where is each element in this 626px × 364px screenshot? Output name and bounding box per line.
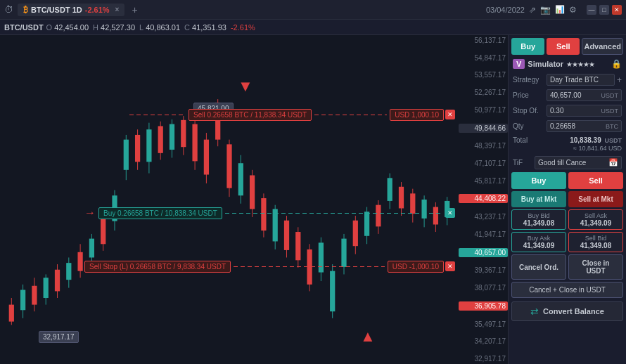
sim-stars: ★★★★★ <box>566 60 594 68</box>
simulator-row: V Simulator ★★★★★ 🔒 <box>511 57 623 71</box>
buy-mkt-button[interactable]: Buy at Mkt <box>511 191 566 207</box>
ohlc-bar: BTC/USDT O 42,454.00 H 42,527.30 L 40,86… <box>0 20 626 35</box>
qty-row: Qty 0.26658 BTC <box>511 119 623 133</box>
cancel-close-row: Cancel Ord. Close in USDT <box>511 254 623 280</box>
svg-rect-12 <box>66 263 71 280</box>
price-labels: 56,137.17 54,847.17 53,557.17 52,267.17 … <box>459 35 508 364</box>
sell-top-close[interactable]: ✕ <box>445 110 455 119</box>
close-usdt-button[interactable]: Close in USDT <box>568 254 623 280</box>
buy-bid-sell-ask-row: Buy Bid 41,349.08 Sell Ask 41,349.09 <box>511 209 623 230</box>
top-bar-right: 03/04/2022 ⇗ 📷 📊 ⚙ — □ ✕ <box>486 5 622 15</box>
price-label: 47,107.17 <box>459 160 508 167</box>
convert-balance-button[interactable]: ⇄ Convert Balance <box>511 301 623 321</box>
add-tab-button[interactable]: + <box>132 4 137 15</box>
tif-input[interactable]: Good till Cance 📅 <box>535 156 622 169</box>
svg-rect-36 <box>204 140 209 175</box>
svg-rect-34 <box>192 124 197 162</box>
svg-rect-16 <box>89 239 94 258</box>
sell-bot-close[interactable]: ✕ <box>445 261 455 271</box>
qty-label: Qty <box>513 122 544 130</box>
action-sell-button[interactable]: Sell <box>568 172 623 189</box>
close-button[interactable]: ✕ <box>612 5 622 15</box>
symbol-pair: BTC/USDT 1D <box>31 6 82 14</box>
sell-button[interactable]: Sell <box>547 38 580 55</box>
chart-icon[interactable]: 📊 <box>555 5 565 14</box>
advanced-button[interactable]: Advanced <box>582 38 623 55</box>
svg-rect-58 <box>330 271 335 312</box>
svg-rect-68 <box>388 178 392 201</box>
maximize-button[interactable]: □ <box>599 5 609 15</box>
total-value: 10,838.39 USDT <box>570 136 622 144</box>
order-sell-top: Sell 0.26658 BTC / 11,838.34 USDT USD 1,… <box>127 107 455 122</box>
strategy-value[interactable]: Day Trade BTC <box>547 74 615 86</box>
total-row: Total 10,838.39 USDT ≈ 10,841.64 USD <box>511 135 623 153</box>
buy-ask-sell-bid-row: Buy Ask 41,349.09 Sell Bid 41,349.08 <box>511 232 623 252</box>
candlestick-chart <box>0 35 459 364</box>
convert-icon: ⇄ <box>530 306 539 317</box>
ohlc-low-label: L <box>139 23 143 32</box>
svg-rect-8 <box>44 278 49 298</box>
price-label: 39,367.17 <box>459 266 508 274</box>
symbol-tab[interactable]: ₿ BTC/USDT 1D -2.61% × <box>18 4 124 16</box>
ohlc-high-label: H <box>93 23 98 32</box>
sell-mkt-button[interactable]: Sell at Mkt <box>568 191 623 207</box>
settings-icon[interactable]: ⚙ <box>569 5 577 15</box>
ohlc-pair: BTC/USDT <box>4 23 44 32</box>
buy-button[interactable]: Buy <box>511 38 544 55</box>
main-layout: 56,137.17 54,847.17 53,557.17 52,267.17 … <box>0 35 626 364</box>
price-label: 41,947.17 <box>459 230 508 238</box>
ohlc-open-val: 42,454.00 <box>54 23 89 32</box>
buy-mid-close[interactable]: ✕ <box>445 208 455 218</box>
share-icon[interactable]: ⇗ <box>529 5 536 15</box>
sell-bot-usd: USD -1,000.10 <box>388 261 444 273</box>
sell-line-left <box>129 115 186 115</box>
svg-rect-18 <box>101 217 106 244</box>
sell-bid-button[interactable]: Sell Bid 41,349.08 <box>568 232 623 252</box>
svg-rect-24 <box>135 135 140 162</box>
buy-sell-advanced-row: Buy Sell Advanced <box>511 38 623 55</box>
buy-ask-label: Buy Ask <box>513 235 564 242</box>
buy-bid-label: Buy Bid <box>513 212 564 219</box>
ohlc-change: -2.61% <box>231 23 255 32</box>
sell-ask-button[interactable]: Sell Ask 41,349.09 <box>568 209 623 230</box>
svg-rect-42 <box>238 163 243 195</box>
strategy-add-icon[interactable]: + <box>617 75 622 85</box>
action-buy-button[interactable]: Buy <box>511 172 566 189</box>
qty-input[interactable]: 0.26658 BTC <box>547 120 622 132</box>
camera-icon[interactable]: 📷 <box>540 5 551 15</box>
chart-area[interactable]: 56,137.17 54,847.17 53,557.17 52,267.17 … <box>0 35 508 364</box>
close-tab-icon[interactable]: × <box>115 6 120 13</box>
price-label: 56,137.17 <box>459 37 508 44</box>
buy-ask-button[interactable]: Buy Ask 41,349.09 <box>511 232 566 252</box>
calendar-icon[interactable]: 📅 <box>608 158 618 167</box>
price-label: 48,397.17 <box>459 142 508 150</box>
price-label: 38,077.17 <box>459 284 508 292</box>
price-label: 43,237.17 <box>459 213 508 221</box>
svg-rect-50 <box>284 221 289 250</box>
sim-v-badge: V <box>513 59 525 69</box>
svg-rect-40 <box>226 144 231 188</box>
ohlc-close-label: C <box>184 23 190 32</box>
price-label: 35,497.17 <box>459 320 508 328</box>
sell-bid-val: 41,349.08 <box>570 242 621 249</box>
svg-rect-62 <box>353 221 358 246</box>
svg-rect-44 <box>250 175 255 209</box>
tif-label: TiF <box>513 159 532 167</box>
action-buy-sell-row: Buy Sell <box>511 172 623 189</box>
stop-label: Stop Of. <box>513 107 544 115</box>
clock-icon[interactable]: ⏱ <box>4 4 13 15</box>
strategy-label: Strategy <box>513 76 544 84</box>
sell-ask-label: Sell Ask <box>570 212 621 219</box>
stop-row: Stop Of. 0.30 USDT <box>511 104 623 117</box>
price-label-highlight: 49,844.66 <box>459 124 508 133</box>
price-input[interactable]: 40,657.00 USDT <box>547 89 622 101</box>
convert-balance-label: Convert Balance <box>543 307 604 316</box>
total-line: Total 10,838.39 USDT <box>513 136 622 144</box>
tif-row: TiF Good till Cance 📅 <box>511 155 623 170</box>
cancel-close-usdt-button[interactable]: Cancel + Close in USDT <box>511 282 623 298</box>
buy-bid-button[interactable]: Buy Bid 41,349.08 <box>511 209 566 230</box>
cancel-order-button[interactable]: Cancel Ord. <box>511 254 566 280</box>
svg-rect-28 <box>158 126 163 152</box>
minimize-button[interactable]: — <box>587 5 596 15</box>
stop-input[interactable]: 0.30 USDT <box>547 105 622 117</box>
